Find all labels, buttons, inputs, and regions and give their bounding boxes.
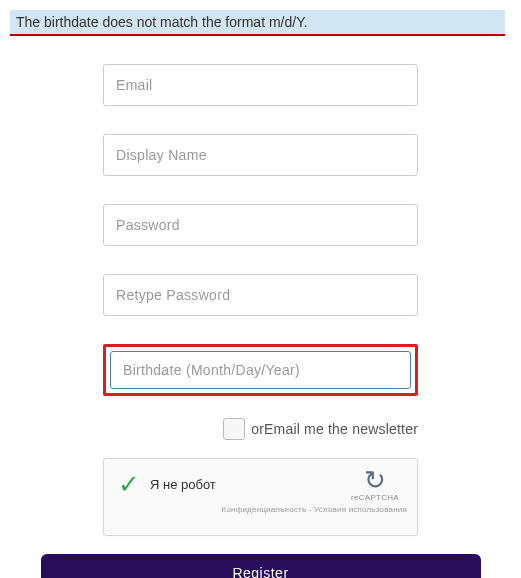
recaptcha-brand: reCAPTCHA: [345, 493, 405, 502]
checkmark-icon: ✓: [118, 471, 140, 497]
recaptcha-widget[interactable]: ✓ Я не робот ↻ reCAPTCHA Конфиденциально…: [103, 458, 418, 536]
recaptcha-footer: Конфиденциальность - Условия использован…: [118, 505, 407, 514]
password-field[interactable]: [103, 204, 418, 246]
retype-password-field[interactable]: [103, 274, 418, 316]
newsletter-label: Email me the newsletter: [264, 421, 418, 437]
recaptcha-status: Я не робот: [150, 477, 216, 492]
recaptcha-icon: ↻: [345, 467, 405, 493]
newsletter-row: orEmail me the newsletter: [103, 418, 418, 440]
birthdate-highlight: [103, 344, 418, 396]
newsletter-prefix: or: [251, 421, 264, 437]
register-form: orEmail me the newsletter ✓ Я не робот ↻…: [103, 64, 418, 536]
register-button[interactable]: Register: [41, 554, 481, 578]
birthdate-field[interactable]: [110, 351, 411, 389]
display-name-field[interactable]: [103, 134, 418, 176]
error-message: The birthdate does not match the format …: [16, 14, 308, 30]
recaptcha-logo: ↻ reCAPTCHA: [345, 467, 405, 502]
newsletter-checkbox[interactable]: [223, 418, 245, 440]
email-field[interactable]: [103, 64, 418, 106]
error-banner: The birthdate does not match the format …: [10, 10, 505, 36]
